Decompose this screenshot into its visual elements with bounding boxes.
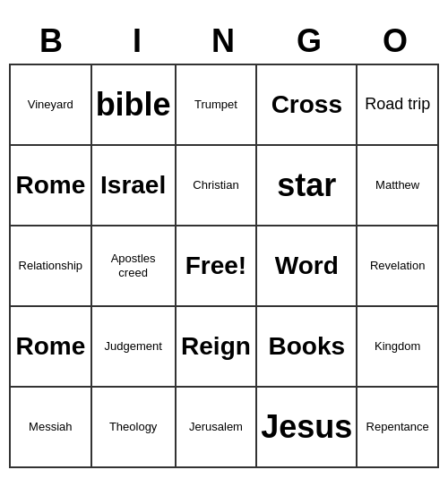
cell-text-23: Jesus [261, 407, 352, 446]
cell-text-5: Rome [15, 170, 85, 201]
header-letter-N: N [181, 19, 267, 64]
cell-text-8: star [277, 166, 336, 204]
bingo-grid: VineyardbibleTrumpetCrossRoad tripRomeIs… [9, 64, 439, 468]
cell-text-20: Messiah [29, 420, 72, 434]
cell-text-21: Theology [109, 420, 157, 434]
cell-text-15: Rome [15, 331, 85, 362]
bingo-cell-22[interactable]: Jerusalem [177, 388, 258, 468]
cell-text-19: Kingdom [375, 339, 420, 354]
cell-text-3: Cross [271, 90, 342, 120]
bingo-cell-1[interactable]: bible [92, 65, 177, 146]
bingo-cell-10[interactable]: Relationship [11, 226, 92, 307]
bingo-cell-5[interactable]: Rome [11, 146, 92, 226]
cell-text-0: Vineyard [28, 98, 73, 112]
bingo-card: BINGO VineyardbibleTrumpetCrossRoad trip… [9, 19, 439, 468]
bingo-cell-19[interactable]: Kingdom [358, 307, 439, 388]
cell-text-16: Judgement [104, 339, 161, 354]
header-letter-B: B [9, 19, 95, 64]
cell-text-18: Books [269, 331, 346, 362]
bingo-cell-23[interactable]: Jesus [257, 388, 358, 468]
cell-text-1: bible [96, 85, 171, 124]
header-letter-I: I [95, 19, 181, 64]
bingo-cell-12[interactable]: Free! [177, 226, 258, 307]
bingo-cell-11[interactable]: Apostles creed [92, 226, 177, 307]
bingo-cell-15[interactable]: Rome [11, 307, 92, 388]
cell-text-22: Jerusalem [189, 420, 243, 434]
cell-text-11: Apostles creed [96, 252, 171, 279]
bingo-cell-18[interactable]: Books [257, 307, 358, 388]
bingo-cell-16[interactable]: Judgement [92, 307, 177, 388]
cell-text-10: Relationship [19, 259, 83, 273]
cell-text-24: Repentance [366, 420, 429, 434]
bingo-cell-4[interactable]: Road trip [358, 65, 439, 146]
bingo-cell-2[interactable]: Trumpet [177, 65, 258, 146]
bingo-header: BINGO [9, 19, 439, 64]
bingo-cell-0[interactable]: Vineyard [11, 65, 92, 146]
bingo-cell-6[interactable]: Israel [92, 146, 177, 226]
cell-text-2: Trumpet [194, 98, 237, 112]
bingo-cell-20[interactable]: Messiah [11, 388, 92, 468]
cell-text-9: Matthew [375, 178, 419, 192]
cell-text-4: Road trip [365, 95, 430, 115]
cell-text-6: Israel [100, 170, 166, 201]
bingo-cell-21[interactable]: Theology [92, 388, 177, 468]
bingo-cell-3[interactable]: Cross [257, 65, 358, 146]
bingo-cell-14[interactable]: Revelation [358, 226, 439, 307]
header-letter-G: G [267, 19, 353, 64]
bingo-cell-8[interactable]: star [257, 146, 358, 226]
cell-text-13: Word [275, 251, 339, 281]
bingo-cell-24[interactable]: Repentance [358, 388, 439, 468]
bingo-cell-17[interactable]: Reign [177, 307, 258, 388]
cell-text-7: Christian [193, 178, 238, 192]
cell-text-17: Reign [181, 331, 251, 362]
cell-text-12: Free! [185, 251, 246, 281]
header-letter-O: O [353, 19, 439, 64]
bingo-cell-7[interactable]: Christian [177, 146, 258, 226]
cell-text-14: Revelation [370, 259, 425, 273]
bingo-cell-13[interactable]: Word [257, 226, 358, 307]
bingo-cell-9[interactable]: Matthew [358, 146, 439, 226]
